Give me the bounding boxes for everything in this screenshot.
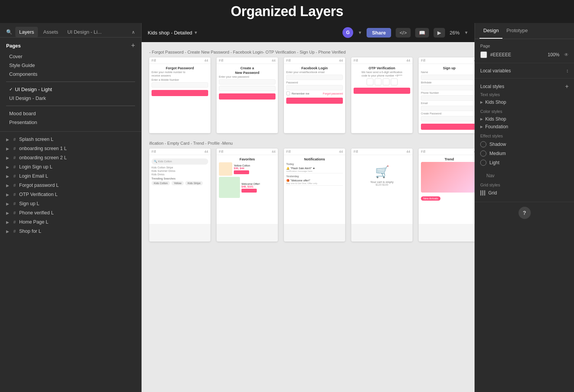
canvas-content[interactable]: - Forgot Password - Create New Password … — [142, 42, 475, 392]
frame-facebook-login[interactable]: Fill44 Facebook Login Enter your email/f… — [284, 57, 345, 133]
avatar-dropdown[interactable]: ▼ — [358, 30, 362, 35]
library-button[interactable]: 📖 — [415, 28, 429, 38]
layer-label: Sign up L — [19, 201, 39, 206]
layer-signup[interactable]: ▶ # Sign up L — [0, 199, 141, 208]
sidebar-item-mood-board[interactable]: Mood board — [6, 109, 135, 118]
layer-forgot-password[interactable]: ▶ # Forgot password L — [0, 181, 141, 190]
share-button[interactable]: Share — [367, 28, 391, 38]
frame-icon: # — [12, 201, 17, 206]
frames-row-1: Fill44 Forgot Password Enter your mobile… — [149, 57, 467, 133]
frame-icon: # — [12, 220, 17, 224]
play-button[interactable]: ▶ — [434, 28, 445, 38]
layer-login-signup[interactable]: ▶ # Login Sign up L — [0, 162, 141, 172]
arrow-icon: ▶ — [6, 220, 10, 224]
tab-ui-design[interactable]: UI Design - Li... — [64, 27, 106, 37]
chevron-right-icon: ▶ — [480, 100, 483, 104]
style-group-label: Kids Shop — [485, 116, 506, 122]
arrow-icon: ▶ — [6, 229, 10, 234]
frames-row-2: Fill44 🔍 Kids Cotton Kids Cotton Stripe … — [149, 149, 467, 242]
sidebar-item-components[interactable]: Components — [6, 70, 135, 78]
eye-icon[interactable]: 👁 — [564, 52, 569, 57]
layer-onboarding1[interactable]: ▶ # onboarding screen 1 L — [0, 144, 141, 153]
chevron-right-icon: ▶ — [480, 125, 483, 129]
sidebar-item-presentation[interactable]: Presentation — [6, 118, 135, 127]
sidebar-item-ui-design-light[interactable]: ✓ UI Design - Light — [6, 85, 135, 94]
color-style-foundation[interactable]: ▶ Foundation — [480, 123, 569, 131]
layer-label: Login Email L — [19, 173, 48, 179]
tab-prototype[interactable]: Prototype — [502, 23, 532, 39]
arrow-icon: ▶ — [6, 156, 10, 160]
frame-icon: # — [12, 192, 17, 197]
effect-label: Shadow — [489, 142, 506, 147]
layer-label: onboarding screen 2 L — [19, 155, 67, 160]
frame-favourites[interactable]: Fill44 Favorites Yellow Cotton $30, $44 — [217, 149, 278, 242]
zoom-level[interactable]: 26% — [450, 30, 460, 36]
frame-forgot-password[interactable]: Fill44 Forgot Password Enter your mobile… — [149, 57, 210, 133]
frame-create-password[interactable]: Fill44 Create a New Password Enter your … — [217, 57, 278, 133]
frame-notification[interactable]: Fill44 Notifications Today 🔔 "Flash Sale… — [284, 149, 345, 242]
frame-icon: # — [12, 165, 17, 169]
style-group-label: Foundation — [485, 124, 508, 129]
main-layout: 🔍 Layers Assets UI Design - Li... ∧ Page… — [0, 23, 574, 392]
style-group-label: Kids Shop — [485, 100, 506, 105]
expand-icon[interactable]: ∧ — [132, 29, 135, 35]
grid-style-item[interactable]: Grid — [480, 189, 569, 197]
add-style-button[interactable]: + — [565, 83, 569, 90]
tab-layers[interactable]: Layers — [15, 27, 38, 37]
frame-trend[interactable]: Fill44 Trend New Arrivals — [419, 149, 475, 242]
layer-onboarding2[interactable]: ▶ # onboarding screen 2 L — [0, 153, 141, 162]
effect-circle-icon — [480, 160, 486, 166]
nav-label-container: Nav — [480, 170, 569, 180]
sidebar-item-cover[interactable]: Cover — [6, 52, 135, 61]
layer-label: Forgot password L — [19, 183, 59, 188]
layer-label: Splash screen L — [19, 137, 54, 142]
frame-empty-cart[interactable]: Fill44 🛒 Your cart is empty $120 $100 — [351, 149, 413, 242]
local-styles-header: Local styles + — [480, 83, 569, 90]
top-bar: Organized Layers — [0, 0, 574, 23]
local-variables-row: Local variables ↕ — [480, 68, 569, 74]
frame-signup[interactable]: Fill44 Sign up Name Birthdate Phone Numb… — [419, 57, 475, 133]
effect-light[interactable]: Light — [480, 158, 569, 167]
layer-label: Shop for L — [19, 229, 41, 234]
layer-label: Phone verified L — [19, 210, 54, 216]
left-sidebar: 🔍 Layers Assets UI Design - Li... ∧ Page… — [0, 23, 142, 392]
chevron-right-icon: ▶ — [480, 117, 483, 121]
text-style-kids-shop[interactable]: ▶ Kids Shop — [480, 98, 569, 106]
layer-home-page[interactable]: ▶ # Home Page L — [0, 217, 141, 227]
separator2 — [6, 106, 135, 106]
add-page-button[interactable]: + — [131, 42, 135, 49]
layer-label: Home Page L — [19, 219, 48, 225]
help-button[interactable]: ? — [519, 207, 531, 219]
frame-icon: # — [12, 229, 17, 234]
effect-styles-group: Shadow Medium Light — [480, 140, 569, 167]
layer-phone-verified[interactable]: ▶ # Phone verified L — [0, 208, 141, 217]
effect-shadow[interactable]: Shadow — [480, 140, 569, 149]
sidebar-item-ui-design-dark[interactable]: UI Design - Dark — [6, 94, 135, 103]
layer-otp[interactable]: ▶ # OTP Verification L — [0, 190, 141, 199]
frame-otp[interactable]: Fill44 OTP Verification We have send a 6… — [351, 57, 413, 133]
local-styles-section: Local styles + Text styles ▶ Kids Shop C… — [475, 78, 574, 202]
canvas-row-1: - Forgot Password - Create New Password … — [149, 50, 467, 133]
nav-label: Nav — [480, 173, 494, 178]
arrow-icon: ▶ — [6, 183, 10, 188]
color-opacity: 100% — [548, 52, 559, 57]
canvas-page-name: Kids shop - Detailed ▼ — [148, 30, 198, 36]
frame-icon: # — [12, 146, 17, 151]
zoom-chevron-icon[interactable]: ▼ — [464, 30, 468, 35]
effect-label: Light — [489, 160, 499, 165]
code-button[interactable]: </> — [396, 28, 411, 38]
color-swatch[interactable] — [480, 51, 487, 58]
effect-medium[interactable]: Medium — [480, 149, 569, 158]
layer-splash-screen[interactable]: ▶ # Splash screen L — [0, 135, 141, 144]
frame-search[interactable]: Fill44 🔍 Kids Cotton Kids Cotton Stripe … — [149, 149, 210, 242]
canvas-area: Kids shop - Detailed ▼ G ▼ Share </> 📖 ▶… — [142, 23, 475, 392]
tab-assets[interactable]: Assets — [39, 27, 62, 37]
layers-list: ▶ # Splash screen L ▶ # onboarding scree… — [0, 132, 141, 392]
layer-login-email[interactable]: ▶ # Login Email L — [0, 172, 141, 181]
tab-design[interactable]: Design — [479, 23, 502, 39]
effect-circle-icon — [480, 141, 486, 147]
color-style-kids-shop[interactable]: ▶ Kids Shop — [480, 115, 569, 123]
sort-icon[interactable]: ↕ — [566, 68, 569, 74]
layer-shop-for[interactable]: ▶ # Shop for L — [0, 227, 141, 236]
sidebar-item-style-guide[interactable]: Style Guide — [6, 61, 135, 70]
